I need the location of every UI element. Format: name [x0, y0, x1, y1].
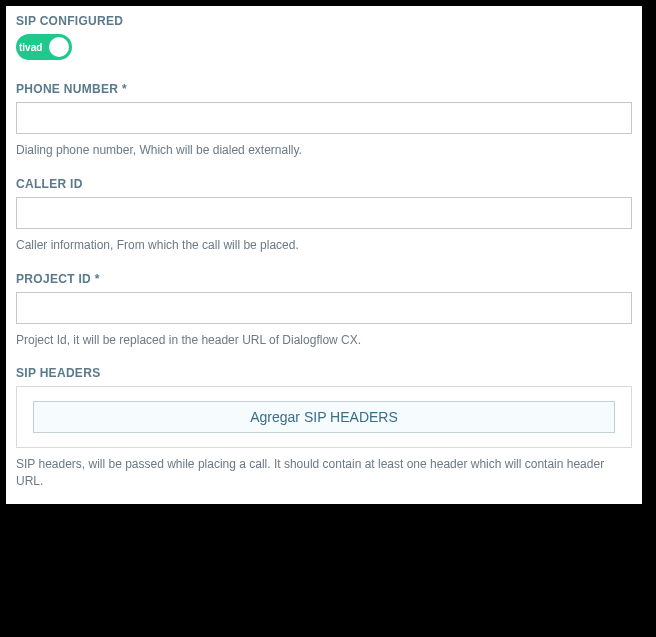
sip-configured-section: SIP CONFIGURED tivad — [16, 14, 632, 64]
caller-id-help: Caller information, From which the call … — [16, 237, 632, 254]
sip-configured-label: SIP CONFIGURED — [16, 14, 632, 28]
caller-id-section: CALLER ID Caller information, From which… — [16, 177, 632, 254]
phone-number-section: PHONE NUMBER * Dialing phone number, Whi… — [16, 82, 632, 159]
add-sip-headers-button-label: Agregar SIP HEADERS — [250, 409, 398, 425]
project-id-help: Project Id, it will be replaced in the h… — [16, 332, 632, 349]
form-panel: SIP CONFIGURED tivad PHONE NUMBER * Dial… — [6, 6, 642, 504]
sip-headers-container: Agregar SIP HEADERS — [16, 386, 632, 448]
add-sip-headers-button[interactable]: Agregar SIP HEADERS — [33, 401, 615, 433]
caller-id-label: CALLER ID — [16, 177, 632, 191]
sip-headers-help: SIP headers, will be passed while placin… — [16, 456, 632, 490]
sip-configured-toggle[interactable]: tivad — [16, 34, 72, 60]
phone-number-help: Dialing phone number, Which will be dial… — [16, 142, 632, 159]
sip-headers-section: SIP HEADERS Agregar SIP HEADERS SIP head… — [16, 366, 632, 490]
sip-headers-label: SIP HEADERS — [16, 366, 632, 380]
caller-id-input[interactable] — [16, 197, 632, 229]
project-id-label: PROJECT ID * — [16, 272, 632, 286]
phone-number-label: PHONE NUMBER * — [16, 82, 632, 96]
phone-number-input[interactable] — [16, 102, 632, 134]
project-id-section: PROJECT ID * Project Id, it will be repl… — [16, 272, 632, 349]
project-id-input[interactable] — [16, 292, 632, 324]
toggle-on-text: tivad — [16, 42, 42, 53]
toggle-knob — [49, 37, 69, 57]
